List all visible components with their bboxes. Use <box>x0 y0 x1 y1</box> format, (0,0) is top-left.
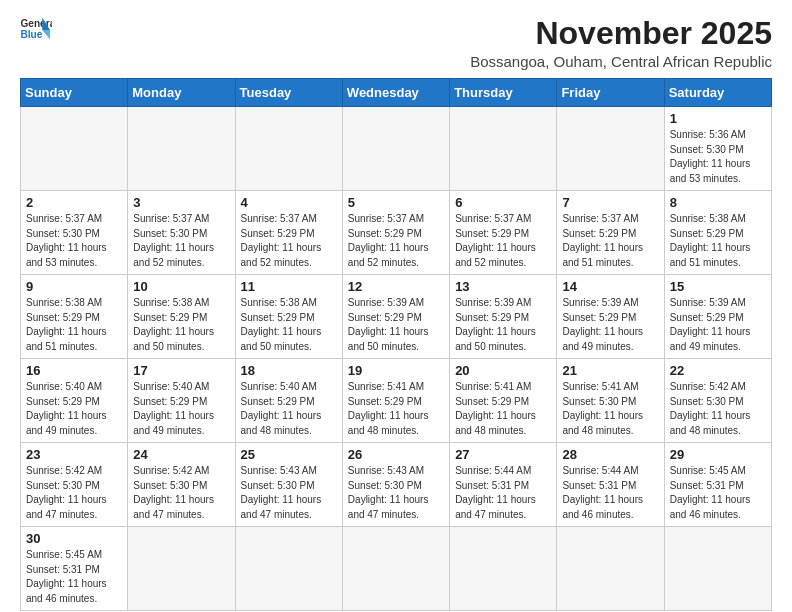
calendar-day-cell: 14Sunrise: 5:39 AM Sunset: 5:29 PM Dayli… <box>557 275 664 359</box>
day-number: 22 <box>670 363 766 378</box>
day-info: Sunrise: 5:41 AM Sunset: 5:29 PM Dayligh… <box>455 380 551 438</box>
day-info: Sunrise: 5:44 AM Sunset: 5:31 PM Dayligh… <box>562 464 658 522</box>
calendar-day-cell: 30Sunrise: 5:45 AM Sunset: 5:31 PM Dayli… <box>21 527 128 611</box>
day-info: Sunrise: 5:37 AM Sunset: 5:29 PM Dayligh… <box>562 212 658 270</box>
calendar-day-cell: 24Sunrise: 5:42 AM Sunset: 5:30 PM Dayli… <box>128 443 235 527</box>
day-number: 12 <box>348 279 444 294</box>
weekday-header-row: Sunday Monday Tuesday Wednesday Thursday… <box>21 79 772 107</box>
calendar-day-cell <box>557 527 664 611</box>
day-info: Sunrise: 5:37 AM Sunset: 5:30 PM Dayligh… <box>26 212 122 270</box>
day-info: Sunrise: 5:42 AM Sunset: 5:30 PM Dayligh… <box>26 464 122 522</box>
day-number: 17 <box>133 363 229 378</box>
day-number: 24 <box>133 447 229 462</box>
calendar-day-cell: 13Sunrise: 5:39 AM Sunset: 5:29 PM Dayli… <box>450 275 557 359</box>
calendar-day-cell: 26Sunrise: 5:43 AM Sunset: 5:30 PM Dayli… <box>342 443 449 527</box>
day-info: Sunrise: 5:42 AM Sunset: 5:30 PM Dayligh… <box>133 464 229 522</box>
day-number: 13 <box>455 279 551 294</box>
calendar-day-cell <box>342 527 449 611</box>
calendar-day-cell <box>450 527 557 611</box>
day-info: Sunrise: 5:37 AM Sunset: 5:30 PM Dayligh… <box>133 212 229 270</box>
calendar-week-row: 9Sunrise: 5:38 AM Sunset: 5:29 PM Daylig… <box>21 275 772 359</box>
calendar-day-cell: 20Sunrise: 5:41 AM Sunset: 5:29 PM Dayli… <box>450 359 557 443</box>
day-number: 11 <box>241 279 337 294</box>
day-info: Sunrise: 5:43 AM Sunset: 5:30 PM Dayligh… <box>241 464 337 522</box>
calendar-header: Sunday Monday Tuesday Wednesday Thursday… <box>21 79 772 107</box>
header-wednesday: Wednesday <box>342 79 449 107</box>
day-info: Sunrise: 5:41 AM Sunset: 5:30 PM Dayligh… <box>562 380 658 438</box>
day-info: Sunrise: 5:45 AM Sunset: 5:31 PM Dayligh… <box>670 464 766 522</box>
calendar-day-cell: 18Sunrise: 5:40 AM Sunset: 5:29 PM Dayli… <box>235 359 342 443</box>
calendar-day-cell: 11Sunrise: 5:38 AM Sunset: 5:29 PM Dayli… <box>235 275 342 359</box>
day-info: Sunrise: 5:42 AM Sunset: 5:30 PM Dayligh… <box>670 380 766 438</box>
day-number: 2 <box>26 195 122 210</box>
calendar-day-cell: 21Sunrise: 5:41 AM Sunset: 5:30 PM Dayli… <box>557 359 664 443</box>
calendar-day-cell: 1Sunrise: 5:36 AM Sunset: 5:30 PM Daylig… <box>664 107 771 191</box>
logo: General Blue <box>20 16 52 44</box>
calendar-day-cell: 28Sunrise: 5:44 AM Sunset: 5:31 PM Dayli… <box>557 443 664 527</box>
day-info: Sunrise: 5:36 AM Sunset: 5:30 PM Dayligh… <box>670 128 766 186</box>
calendar-day-cell: 19Sunrise: 5:41 AM Sunset: 5:29 PM Dayli… <box>342 359 449 443</box>
logo-icon: General Blue <box>20 16 52 44</box>
header-friday: Friday <box>557 79 664 107</box>
calendar-day-cell: 17Sunrise: 5:40 AM Sunset: 5:29 PM Dayli… <box>128 359 235 443</box>
calendar-day-cell: 12Sunrise: 5:39 AM Sunset: 5:29 PM Dayli… <box>342 275 449 359</box>
day-number: 26 <box>348 447 444 462</box>
header-tuesday: Tuesday <box>235 79 342 107</box>
day-number: 18 <box>241 363 337 378</box>
day-number: 21 <box>562 363 658 378</box>
day-number: 27 <box>455 447 551 462</box>
calendar-day-cell <box>21 107 128 191</box>
day-number: 28 <box>562 447 658 462</box>
header: General Blue November 2025 Bossangoa, Ou… <box>20 16 772 70</box>
day-info: Sunrise: 5:38 AM Sunset: 5:29 PM Dayligh… <box>241 296 337 354</box>
day-number: 15 <box>670 279 766 294</box>
calendar-day-cell <box>342 107 449 191</box>
calendar-day-cell <box>664 527 771 611</box>
day-info: Sunrise: 5:39 AM Sunset: 5:29 PM Dayligh… <box>455 296 551 354</box>
main-title: November 2025 <box>470 16 772 51</box>
day-number: 7 <box>562 195 658 210</box>
day-info: Sunrise: 5:39 AM Sunset: 5:29 PM Dayligh… <box>562 296 658 354</box>
calendar-day-cell: 7Sunrise: 5:37 AM Sunset: 5:29 PM Daylig… <box>557 191 664 275</box>
day-number: 9 <box>26 279 122 294</box>
day-number: 14 <box>562 279 658 294</box>
calendar-day-cell: 5Sunrise: 5:37 AM Sunset: 5:29 PM Daylig… <box>342 191 449 275</box>
calendar-table: Sunday Monday Tuesday Wednesday Thursday… <box>20 78 772 611</box>
calendar-week-row: 30Sunrise: 5:45 AM Sunset: 5:31 PM Dayli… <box>21 527 772 611</box>
day-info: Sunrise: 5:37 AM Sunset: 5:29 PM Dayligh… <box>241 212 337 270</box>
calendar-day-cell: 10Sunrise: 5:38 AM Sunset: 5:29 PM Dayli… <box>128 275 235 359</box>
calendar-day-cell: 4Sunrise: 5:37 AM Sunset: 5:29 PM Daylig… <box>235 191 342 275</box>
day-info: Sunrise: 5:40 AM Sunset: 5:29 PM Dayligh… <box>241 380 337 438</box>
calendar-day-cell: 9Sunrise: 5:38 AM Sunset: 5:29 PM Daylig… <box>21 275 128 359</box>
calendar-day-cell: 29Sunrise: 5:45 AM Sunset: 5:31 PM Dayli… <box>664 443 771 527</box>
day-number: 8 <box>670 195 766 210</box>
day-number: 1 <box>670 111 766 126</box>
calendar-day-cell: 16Sunrise: 5:40 AM Sunset: 5:29 PM Dayli… <box>21 359 128 443</box>
calendar-day-cell <box>128 527 235 611</box>
day-number: 3 <box>133 195 229 210</box>
calendar-day-cell: 25Sunrise: 5:43 AM Sunset: 5:30 PM Dayli… <box>235 443 342 527</box>
calendar-day-cell: 8Sunrise: 5:38 AM Sunset: 5:29 PM Daylig… <box>664 191 771 275</box>
day-info: Sunrise: 5:38 AM Sunset: 5:29 PM Dayligh… <box>133 296 229 354</box>
day-number: 29 <box>670 447 766 462</box>
page-container: General Blue November 2025 Bossangoa, Ou… <box>20 16 772 611</box>
header-saturday: Saturday <box>664 79 771 107</box>
calendar-body: 1Sunrise: 5:36 AM Sunset: 5:30 PM Daylig… <box>21 107 772 611</box>
calendar-week-row: 2Sunrise: 5:37 AM Sunset: 5:30 PM Daylig… <box>21 191 772 275</box>
calendar-day-cell <box>557 107 664 191</box>
calendar-day-cell <box>128 107 235 191</box>
header-sunday: Sunday <box>21 79 128 107</box>
day-info: Sunrise: 5:37 AM Sunset: 5:29 PM Dayligh… <box>455 212 551 270</box>
day-number: 23 <box>26 447 122 462</box>
calendar-day-cell <box>235 527 342 611</box>
day-number: 6 <box>455 195 551 210</box>
day-info: Sunrise: 5:40 AM Sunset: 5:29 PM Dayligh… <box>26 380 122 438</box>
header-thursday: Thursday <box>450 79 557 107</box>
day-number: 10 <box>133 279 229 294</box>
calendar-day-cell: 15Sunrise: 5:39 AM Sunset: 5:29 PM Dayli… <box>664 275 771 359</box>
title-area: November 2025 Bossangoa, Ouham, Central … <box>470 16 772 70</box>
day-info: Sunrise: 5:45 AM Sunset: 5:31 PM Dayligh… <box>26 548 122 606</box>
day-number: 5 <box>348 195 444 210</box>
calendar-day-cell <box>450 107 557 191</box>
day-number: 19 <box>348 363 444 378</box>
